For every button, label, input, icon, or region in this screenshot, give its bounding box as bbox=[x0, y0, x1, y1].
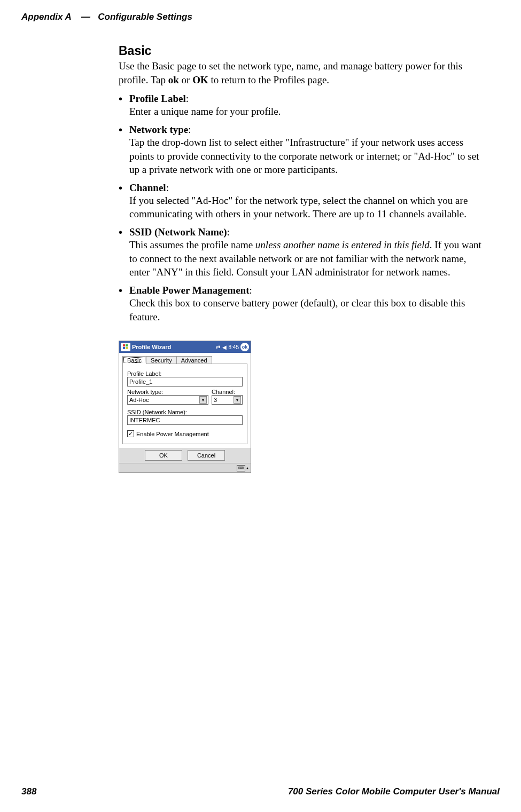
svg-rect-0 bbox=[123, 344, 125, 346]
tab-advanced[interactable]: Advanced bbox=[176, 356, 212, 364]
up-arrow-icon[interactable]: ▴ bbox=[246, 466, 248, 470]
svg-rect-3 bbox=[126, 347, 128, 349]
page-footer: 388 700 Series Color Mobile Computer Use… bbox=[21, 786, 500, 797]
ssid-label: SSID (Network Name): bbox=[127, 409, 243, 415]
colon: : bbox=[188, 124, 191, 135]
header-title: Configurable Settings bbox=[98, 12, 192, 22]
cancel-button[interactable]: Cancel bbox=[188, 450, 225, 461]
term-ssid: SSID (Network Name) bbox=[129, 226, 227, 238]
desc-ssid: This assumes the profile name unless ano… bbox=[129, 238, 489, 279]
profile-wizard-window: Profile Wizard ⇄ ◀ 8:45 ok Basic Securit… bbox=[119, 341, 251, 473]
colon: : bbox=[227, 226, 230, 238]
colon: : bbox=[249, 285, 252, 296]
profile-label-label: Profile Label: bbox=[127, 370, 243, 377]
intro-paragraph: Use the Basic page to set the network ty… bbox=[119, 59, 489, 86]
list-item: Channel: If you selected "Ad-Hoc" for th… bbox=[119, 182, 489, 221]
epm-row[interactable]: ✓ Enable Power Management bbox=[127, 430, 243, 437]
colon: : bbox=[166, 182, 169, 193]
intro-ok-lower: ok bbox=[168, 74, 179, 85]
tab-basic[interactable]: Basic bbox=[122, 356, 146, 364]
network-type-select[interactable]: Ad-Hoc ▾ bbox=[127, 395, 208, 405]
dash: — bbox=[81, 12, 90, 22]
desc-epm: Check this box to conserve battery power… bbox=[129, 296, 489, 324]
term-network-type: Network type bbox=[129, 124, 188, 135]
term-epm: Enable Power Management bbox=[129, 285, 249, 296]
connectivity-icon: ⇄ bbox=[216, 344, 220, 350]
svg-rect-2 bbox=[123, 347, 125, 349]
term-channel: Channel bbox=[129, 182, 166, 193]
section-heading: Basic bbox=[119, 44, 489, 58]
channel-label: Channel: bbox=[212, 389, 243, 395]
tab-strip: Basic Security Advanced bbox=[119, 353, 251, 364]
channel-value: 3 bbox=[214, 397, 217, 403]
epm-checkbox[interactable]: ✓ bbox=[127, 430, 134, 437]
list-item: Enable Power Management: Check this box … bbox=[119, 285, 489, 324]
title-bar: Profile Wizard ⇄ ◀ 8:45 ok bbox=[119, 341, 251, 353]
network-type-value: Ad-Hoc bbox=[129, 397, 149, 403]
list-item: SSID (Network Name): This assumes the pr… bbox=[119, 226, 489, 279]
profile-label-input[interactable] bbox=[127, 377, 243, 387]
button-bar: OK Cancel bbox=[119, 448, 251, 463]
ok-button[interactable]: ok bbox=[240, 343, 249, 351]
clock: 8:45 bbox=[229, 344, 239, 350]
window-title: Profile Wizard bbox=[132, 344, 171, 350]
network-type-label: Network type: bbox=[127, 389, 208, 395]
epm-label: Enable Power Management bbox=[136, 431, 209, 437]
intro-mid: or bbox=[179, 74, 192, 85]
chevron-down-icon: ▾ bbox=[199, 396, 207, 404]
desc-profile-label: Enter a unique name for your profile. bbox=[129, 105, 489, 119]
start-icon[interactable] bbox=[121, 343, 130, 351]
page-number: 388 bbox=[21, 786, 36, 797]
page-header: Appendix A — Configurable Settings bbox=[21, 12, 500, 22]
volume-icon: ◀ bbox=[222, 344, 227, 350]
ssid-pre: This assumes the profile name bbox=[129, 239, 255, 250]
intro-ok-upper: OK bbox=[192, 74, 208, 85]
term-profile-label: Profile Label bbox=[129, 93, 186, 104]
intro-post: to return to the Profiles page. bbox=[208, 74, 329, 85]
tab-security[interactable]: Security bbox=[146, 356, 177, 364]
channel-select[interactable]: 3 ▾ bbox=[212, 395, 243, 405]
list-item: Profile Label: Enter a unique name for y… bbox=[119, 93, 489, 119]
tab-pane-basic: Profile Label: Network type: Ad-Hoc ▾ Ch… bbox=[122, 364, 247, 444]
desc-channel: If you selected "Ad-Hoc" for the network… bbox=[129, 194, 489, 221]
colon: : bbox=[186, 93, 189, 104]
chevron-down-icon: ▾ bbox=[234, 396, 241, 404]
keyboard-icon[interactable]: ⌨ bbox=[237, 465, 245, 471]
ssid-em: unless another name is entered in this f… bbox=[255, 239, 430, 250]
status-icons: ⇄ ◀ 8:45 bbox=[216, 344, 239, 350]
sip-bar: ⌨ ▴ bbox=[119, 463, 251, 472]
svg-rect-1 bbox=[126, 344, 128, 346]
client-area: Basic Security Advanced Profile Label: N… bbox=[119, 353, 251, 472]
manual-title: 700 Series Color Mobile Computer User's … bbox=[288, 786, 500, 797]
ok-form-button[interactable]: OK bbox=[145, 450, 182, 461]
ssid-input[interactable] bbox=[127, 415, 243, 425]
list-item: Network type: Tap the drop-down list to … bbox=[119, 124, 489, 177]
definition-list: Profile Label: Enter a unique name for y… bbox=[119, 93, 489, 324]
desc-network-type: Tap the drop-down list to select either … bbox=[129, 136, 489, 177]
header-dash bbox=[74, 12, 81, 22]
content-area: Basic Use the Basic page to set the netw… bbox=[119, 44, 489, 473]
appendix-label: Appendix A bbox=[21, 12, 71, 22]
